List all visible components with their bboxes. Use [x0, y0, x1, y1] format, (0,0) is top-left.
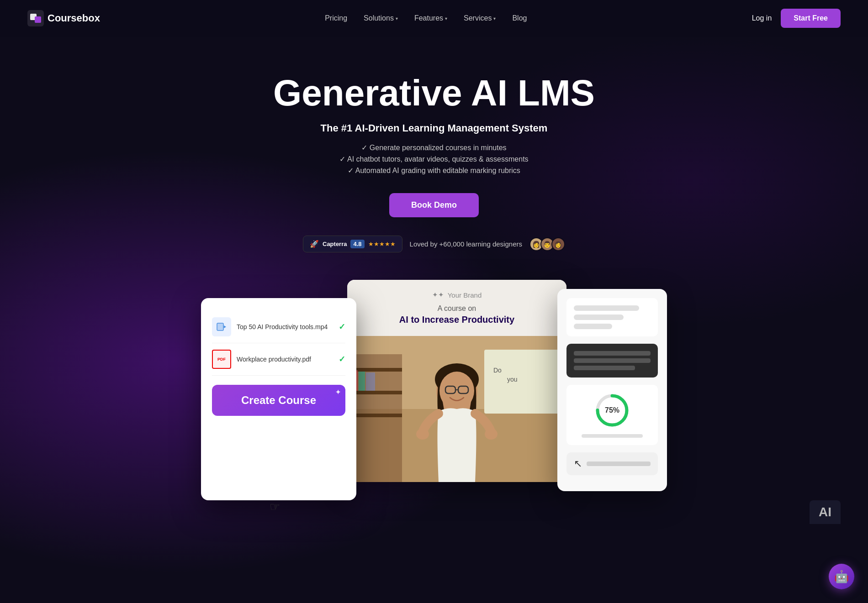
sparkle-icon: ✦	[346, 379, 355, 391]
capterra-label: Capterra	[323, 241, 347, 247]
svg-point-24	[416, 429, 429, 440]
cursor-bar	[587, 461, 651, 466]
svg-rect-14	[366, 372, 375, 391]
hero-subtitle: The #1 AI-Driven Learning Management Sys…	[9, 122, 859, 134]
video-file-icon	[212, 317, 231, 336]
course-card-header: ✦✦ Your Brand A course on AI to Increase…	[347, 280, 566, 336]
svg-point-20	[439, 372, 474, 410]
social-proof-area: 🚀 Capterra 4.8 ★★★★★ Loved by +60,000 le…	[9, 236, 859, 252]
svg-text:you: you	[507, 376, 518, 383]
file-name-video: Top 50 AI Productivity tools.mp4	[237, 323, 333, 330]
book-demo-button[interactable]: Book Demo	[389, 193, 479, 217]
file-item-video: Top 50 AI Productivity tools.mp4 ✓	[212, 311, 345, 343]
svg-rect-13	[359, 372, 365, 391]
svg-rect-15	[484, 350, 566, 414]
course-title: AI to Increase Productivity	[358, 315, 556, 325]
mini-progress-bar	[582, 434, 643, 438]
svg-text:Do: Do	[493, 367, 502, 374]
svg-marker-5	[224, 325, 226, 328]
ui-bar	[574, 324, 612, 329]
social-proof-text: Loved by +60,000 learning designers	[410, 240, 522, 248]
progress-ring: 75%	[594, 392, 630, 429]
ui-elements-card: 75% ↖	[557, 289, 667, 491]
nav-actions: Log in Start Free	[752, 9, 841, 28]
pdf-file-icon: PDF	[212, 350, 231, 369]
chat-widget-button[interactable]: 🤖	[829, 564, 854, 589]
nav-solutions[interactable]: Solutions ▾	[364, 14, 398, 22]
brand-diamond-icon: ✦✦	[432, 291, 444, 299]
logo-icon	[27, 10, 44, 26]
progress-block: 75%	[566, 385, 658, 445]
capterra-badge: 🚀 Capterra 4.8 ★★★★★	[303, 236, 402, 252]
svg-rect-3	[217, 323, 223, 330]
nav-pricing[interactable]: Pricing	[325, 14, 347, 22]
chat-robot-icon: 🤖	[834, 570, 849, 584]
dark-text-block	[566, 344, 658, 378]
star-rating: ★★★★★	[368, 241, 396, 247]
brand-label: Your Brand	[448, 291, 482, 299]
hero-features-list: ✓ Generate personalized courses in minut…	[9, 143, 859, 175]
progress-label: 75%	[605, 406, 619, 414]
svg-rect-2	[35, 16, 41, 23]
file-item-pdf: PDF Workplace productivity.pdf ✓	[212, 343, 345, 376]
start-free-button[interactable]: Start Free	[781, 9, 841, 28]
feature-item: ✓ Automated AI grading with editable mar…	[9, 166, 859, 175]
upload-card: Top 50 AI Productivity tools.mp4 ✓ PDF W…	[201, 298, 356, 500]
ui-bar	[574, 305, 639, 311]
text-line	[574, 351, 651, 356]
chevron-down-icon: ▾	[493, 16, 496, 21]
brand-logo-row: ✦✦ Your Brand	[358, 291, 556, 299]
course-image: Do you	[347, 336, 566, 482]
login-button[interactable]: Log in	[752, 14, 772, 22]
ai-badge: AI	[810, 500, 841, 524]
logo-area: Coursebox	[27, 10, 100, 26]
file-check-icon: ✓	[339, 322, 345, 332]
nav-links: Pricing Solutions ▾ Features ▾ Services …	[325, 14, 527, 22]
demo-section: Top 50 AI Productivity tools.mp4 ✓ PDF W…	[0, 271, 868, 509]
feature-item: ✓ AI chatbot tutors, avatar videos, quiz…	[9, 155, 859, 163]
nav-features[interactable]: Features ▾	[414, 14, 447, 22]
ui-bar	[574, 315, 624, 320]
file-name-pdf: Workplace productivity.pdf	[237, 356, 333, 363]
cursor-block: ↖	[566, 452, 658, 475]
svg-point-25	[485, 429, 498, 440]
capterra-score: 4.8	[350, 240, 364, 248]
nav-services[interactable]: Services ▾	[464, 14, 496, 22]
navbar: Coursebox Pricing Solutions ▾ Features ▾…	[0, 0, 868, 37]
file-check-icon: ✓	[339, 354, 345, 364]
course-preview-card: ✦✦ Your Brand A course on AI to Increase…	[347, 280, 566, 482]
text-line	[574, 358, 651, 363]
cursor-pointer-icon: ↖	[574, 458, 582, 470]
feature-item: ✓ Generate personalized courses in minut…	[9, 143, 859, 152]
chevron-down-icon: ▾	[445, 16, 447, 21]
brand-name: Coursebox	[48, 12, 100, 24]
course-subtitle: A course on	[358, 304, 556, 313]
text-bars-block	[566, 298, 658, 336]
user-avatars: 👩 👨 👩	[529, 237, 565, 251]
nav-blog[interactable]: Blog	[512, 14, 527, 22]
hero-section: Generative AI LMS The #1 AI-Driven Learn…	[0, 37, 868, 271]
text-line	[574, 366, 635, 370]
avatar: 👩	[551, 237, 565, 251]
hero-title: Generative AI LMS	[9, 73, 859, 113]
create-course-button[interactable]: Create Course ✦ ✦	[212, 385, 345, 416]
chevron-down-icon: ▾	[396, 16, 398, 21]
sparkle-icon: ✦	[335, 388, 341, 396]
